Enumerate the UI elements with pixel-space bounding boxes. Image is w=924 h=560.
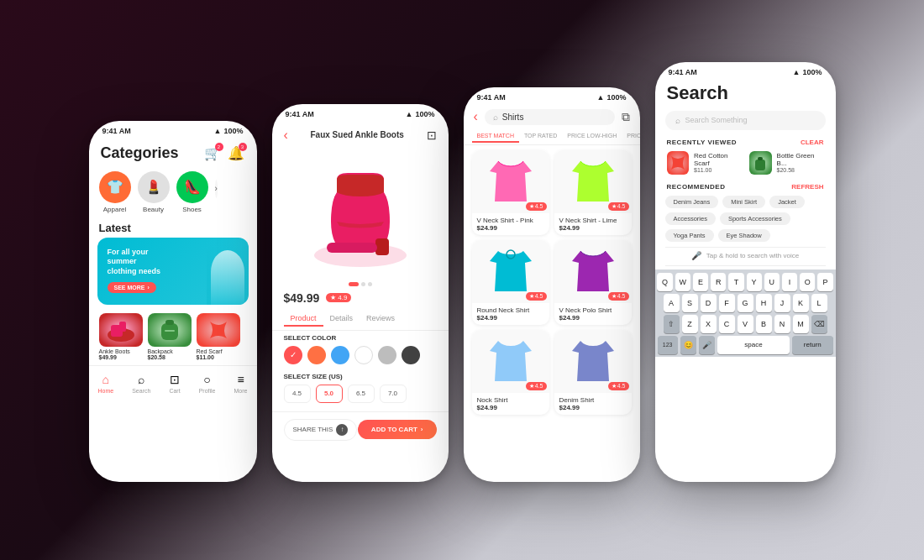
nav-search[interactable]: ⌕ Search (132, 373, 150, 394)
card-name-2: Round Neck Shirt (477, 306, 544, 314)
key-f[interactable]: F (719, 294, 735, 312)
recent-item-0[interactable]: Red Cotton Scarf $11.00 (667, 151, 743, 175)
key-e[interactable]: E (693, 273, 708, 291)
key-c[interactable]: C (719, 315, 735, 333)
see-more-button[interactable]: SEE MORE › (108, 282, 156, 293)
color-white[interactable] (354, 346, 373, 364)
see-all-button[interactable]: › (215, 180, 218, 198)
product-card-3[interactable]: ★ 4.5 V Neck Polo Shirt $24.99 (554, 240, 632, 325)
color-dark[interactable] (402, 346, 420, 364)
key-emoji[interactable]: 😊 (680, 336, 696, 354)
tab-reviews[interactable]: Reviews (360, 311, 402, 327)
tag-0[interactable]: Denim Jeans (665, 196, 719, 208)
tags-area: Denim Jeans Mini Skirt Jacket Accessorie… (655, 194, 836, 247)
tag-4[interactable]: Sports Accessories (720, 212, 790, 225)
size-45[interactable]: 4.5 (284, 385, 311, 403)
search-input-bar[interactable]: ⌕ Search Something (665, 111, 826, 130)
key-123[interactable]: 123 (658, 336, 678, 354)
key-k[interactable]: K (793, 294, 809, 312)
size-50[interactable]: 5.0 (316, 385, 343, 403)
key-g[interactable]: G (738, 294, 753, 312)
product-image-area (272, 146, 449, 280)
key-w[interactable]: W (675, 273, 690, 291)
search-bar-3[interactable]: ⌕ Shirts (485, 109, 615, 125)
cart-icon-2[interactable]: ⊡ (427, 128, 437, 142)
time-3: 9:41 AM (477, 93, 506, 102)
key-u[interactable]: U (764, 273, 780, 291)
share-button[interactable]: SHARE THIS ↑ (284, 419, 358, 441)
key-b[interactable]: B (756, 315, 772, 333)
key-a[interactable]: A (664, 294, 680, 312)
notification-icon[interactable]: 🔔3 (227, 144, 245, 163)
cart-icon[interactable]: 🛒2 (203, 144, 222, 163)
key-m[interactable]: M (793, 315, 809, 333)
key-z[interactable]: Z (682, 315, 698, 333)
svg-rect-8 (327, 243, 377, 253)
nav-more[interactable]: ≡ More (234, 373, 248, 394)
product-ankle-boots[interactable]: Ankle Boots $49.99 (99, 313, 143, 360)
filter-icon[interactable]: ⧉ (622, 110, 630, 124)
key-y[interactable]: Y (747, 273, 762, 291)
key-h[interactable]: H (756, 294, 772, 312)
add-to-cart-button[interactable]: ADD TO CART › (358, 420, 437, 439)
card-name-3: V Neck Polo Shirt (559, 306, 627, 314)
filter-best-match[interactable]: BEST MATCH (472, 130, 519, 143)
color-gray[interactable] (378, 346, 396, 364)
tag-1[interactable]: Mini Skirt (722, 196, 765, 208)
product-red-scarf[interactable]: Red Scarf $11.00 (197, 313, 240, 360)
key-shift[interactable]: ⇧ (664, 315, 680, 333)
key-backspace[interactable]: ⌫ (811, 315, 827, 333)
tab-details[interactable]: Details (323, 311, 360, 327)
product-backpack[interactable]: Backpack $20.58 (148, 313, 192, 360)
refresh-button[interactable]: REFRESH (791, 183, 823, 191)
clear-button[interactable]: CLEAR (801, 139, 824, 146)
key-l[interactable]: L (811, 294, 827, 312)
key-p[interactable]: P (817, 273, 832, 291)
product-title: Faux Sued Ankle Boots (288, 130, 427, 139)
nav-home[interactable]: ⌂ Home (98, 373, 114, 394)
category-beauty[interactable]: 💄 Beauty (138, 171, 170, 213)
tag-2[interactable]: Jacket (769, 196, 805, 208)
svg-rect-2 (119, 322, 126, 332)
key-s[interactable]: S (682, 294, 698, 312)
key-mic[interactable]: 🎤 (699, 336, 715, 354)
size-65[interactable]: 6.5 (348, 385, 375, 403)
nav-cart[interactable]: ⊡ Cart (169, 373, 180, 394)
category-apparel[interactable]: 👕 Apparel (99, 171, 131, 213)
key-q[interactable]: Q (657, 273, 672, 291)
key-x[interactable]: X (701, 315, 717, 333)
scarf-name: Red Scarf (197, 348, 240, 354)
color-orange[interactable] (307, 346, 326, 364)
key-d[interactable]: D (701, 294, 717, 312)
tag-3[interactable]: Accessories (665, 212, 716, 225)
key-o[interactable]: O (800, 273, 815, 291)
voice-search-area: 🎤 Tap & hold to search with voice (665, 247, 826, 266)
key-n[interactable]: N (774, 315, 790, 333)
key-space[interactable]: space (717, 336, 790, 354)
key-v[interactable]: V (738, 315, 753, 333)
filter-price[interactable]: PRICE (622, 130, 639, 143)
key-return[interactable]: return (792, 336, 832, 354)
filter-top-rated[interactable]: TOP RATED (519, 130, 562, 143)
category-shoes[interactable]: 👠 Shoes (176, 171, 208, 213)
key-r[interactable]: R (711, 273, 726, 291)
product-card-2[interactable]: ★ 4.5 Round Neck Shirt $24.99 (472, 240, 549, 325)
nav-profile[interactable]: ○ Profile (199, 373, 216, 394)
size-70[interactable]: 7.0 (380, 385, 407, 403)
product-card-4[interactable]: ★ 4.5 Nock Shirt $24.99 (472, 330, 549, 415)
recent-item-1[interactable]: Bottle Green B... $20.58 (749, 151, 823, 175)
product-card-5[interactable]: ★ 4.5 Denim Shirt $24.99 (554, 330, 632, 415)
key-t[interactable]: T (728, 273, 743, 291)
tag-6[interactable]: Eye Shadow (718, 229, 770, 242)
product-card-1[interactable]: ★ 4.5 V Neck Shirt - Lime $24.99 (554, 150, 632, 235)
product-card-0[interactable]: ★ 4.5 V Neck Shirt - Pink $24.99 (472, 150, 549, 235)
key-i[interactable]: I (782, 273, 797, 291)
color-blue[interactable] (331, 346, 349, 364)
cart-nav-icon: ⊡ (170, 373, 180, 386)
back-button-3[interactable]: ‹ (474, 109, 478, 124)
filter-price-low[interactable]: PRICE LOW-HIGH (562, 130, 622, 143)
tag-5[interactable]: Yoga Pants (665, 229, 714, 242)
key-j[interactable]: J (774, 294, 790, 312)
tab-product[interactable]: Product (284, 311, 323, 327)
color-red[interactable]: ✓ (284, 346, 302, 364)
